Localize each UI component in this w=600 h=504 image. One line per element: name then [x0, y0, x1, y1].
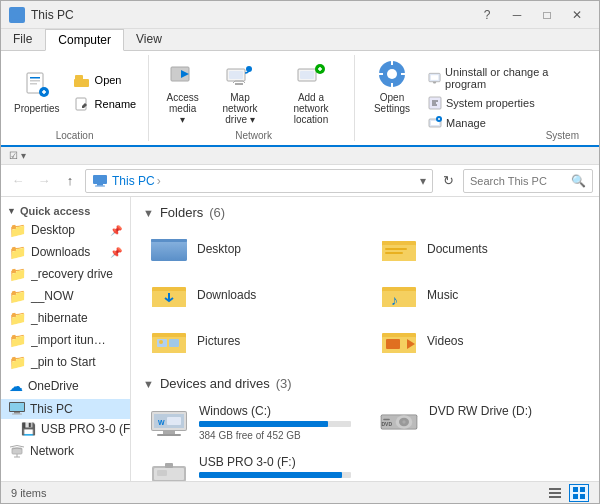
- devices-collapse-arrow[interactable]: ▼: [143, 378, 154, 390]
- folders-collapse-arrow[interactable]: ▼: [143, 207, 154, 219]
- network-icon: [9, 444, 25, 458]
- view-details-button[interactable]: [545, 484, 565, 502]
- system-properties-icon: [428, 96, 442, 110]
- this-pc-sidebar-icon: [9, 402, 25, 416]
- folder-item-music[interactable]: ♪ Music: [373, 274, 587, 316]
- forward-button[interactable]: →: [33, 170, 55, 192]
- device-item-windows-c[interactable]: W Windows (C:) 384 GB free of 452 GB: [143, 399, 357, 446]
- quick-access-label: Quick access: [20, 205, 90, 217]
- ribbon-group-location: Properties Open Rename: [9, 55, 149, 141]
- sidebar-item-onedrive[interactable]: ☁ OneDrive: [1, 375, 130, 397]
- location-group-label: Location: [56, 130, 94, 141]
- sidebar: ▼ Quick access 📁 Desktop 📌 📁 Downloads 📌…: [1, 197, 131, 481]
- device-item-usb-pro[interactable]: USB PRO 3-0 (F:) 54.3 GB free of 57.6 GB: [143, 450, 357, 481]
- svg-rect-86: [580, 494, 585, 499]
- manage-button[interactable]: Manage: [425, 115, 586, 131]
- pictures-folder-label: Pictures: [197, 334, 240, 348]
- address-dropdown-arrow[interactable]: ▾: [420, 174, 426, 188]
- quick-toolbar-checkbox: ☑ ▾: [9, 150, 26, 161]
- back-button[interactable]: ←: [7, 170, 29, 192]
- tab-computer[interactable]: Computer: [45, 29, 124, 51]
- svg-rect-56: [169, 339, 179, 347]
- svg-rect-68: [167, 417, 181, 425]
- sidebar-item-pin-to-start[interactable]: 📁 _pin to Start: [1, 351, 130, 373]
- sidebar-item-network[interactable]: Network: [1, 441, 130, 461]
- add-network-button[interactable]: Add a networklocation: [276, 55, 346, 128]
- devices-count: (3): [276, 376, 292, 391]
- help-button[interactable]: ?: [473, 5, 501, 25]
- folder-icon: 📁: [9, 288, 26, 304]
- svg-rect-6: [30, 83, 37, 85]
- sidebar-item-recovery[interactable]: 📁 _recovery drive: [1, 263, 130, 285]
- open-button[interactable]: Open: [69, 69, 141, 91]
- documents-folder-label: Documents: [427, 242, 488, 256]
- svg-rect-38: [12, 414, 22, 415]
- items-count: 9 items: [11, 487, 46, 499]
- content-pane: ▼ Folders (6) Desktop: [131, 197, 599, 481]
- minimize-button[interactable]: ─: [503, 5, 531, 25]
- folder-item-videos[interactable]: Videos: [373, 320, 587, 362]
- tab-view[interactable]: View: [124, 29, 175, 50]
- sidebar-item-desktop[interactable]: 📁 Desktop 📌: [1, 219, 130, 241]
- address-box[interactable]: This PC › ▾: [85, 169, 433, 193]
- open-settings-button[interactable]: OpenSettings: [367, 55, 417, 117]
- sidebar-network-label: Network: [30, 444, 74, 458]
- sidebar-item-downloads[interactable]: 📁 Downloads 📌: [1, 241, 130, 263]
- network-group-label: Network: [235, 130, 272, 141]
- folder-icon: 📁: [9, 332, 26, 348]
- svg-rect-74: [383, 419, 390, 421]
- folder-item-downloads[interactable]: Downloads: [143, 274, 357, 316]
- sidebar-item-now[interactable]: 📁 __NOW: [1, 285, 130, 307]
- folder-item-documents[interactable]: Documents: [373, 228, 587, 270]
- svg-rect-84: [580, 487, 585, 492]
- folder-item-desktop[interactable]: Desktop: [143, 228, 357, 270]
- quick-access-header[interactable]: ▼ Quick access: [1, 201, 130, 219]
- properties-button[interactable]: Properties: [9, 66, 65, 117]
- svg-rect-15: [235, 83, 243, 85]
- svg-rect-23: [391, 83, 393, 87]
- folders-count: (6): [209, 205, 225, 220]
- sidebar-item-this-pc[interactable]: This PC: [1, 399, 130, 419]
- folders-section-header: ▼ Folders (6): [143, 205, 587, 220]
- folder-item-pictures[interactable]: Pictures: [143, 320, 357, 362]
- ribbon-group-network: Accessmedia ▾ Map networkdrive ▾: [161, 55, 355, 141]
- up-button[interactable]: ↑: [59, 170, 81, 192]
- sidebar-item-import-itunes[interactable]: 📁 _import itunes groo: [1, 329, 130, 351]
- search-box[interactable]: 🔍: [463, 169, 593, 193]
- folder-icon: 📁: [9, 310, 26, 326]
- devices-title: Devices and drives: [160, 376, 270, 391]
- quick-access-collapse-icon: ▼: [7, 206, 16, 216]
- uninstall-label: Uninstall or change a program: [445, 66, 583, 90]
- maximize-button[interactable]: □: [533, 5, 561, 25]
- access-media-label: Accessmedia ▾: [166, 92, 199, 125]
- sidebar-item-hibernate[interactable]: 📁 _hibernate: [1, 307, 130, 329]
- access-media-button[interactable]: Accessmedia ▾: [161, 55, 204, 128]
- device-item-dvd-rw[interactable]: DVD DVD RW Drive (D:): [373, 399, 587, 446]
- svg-rect-66: [157, 434, 181, 436]
- svg-rect-5: [30, 80, 40, 82]
- this-pc-small-icon: [92, 173, 108, 189]
- windows-c-free: 384 GB free of 452 GB: [199, 430, 351, 441]
- sidebar-pin-label: _pin to Start: [31, 355, 96, 369]
- dvd-rw-info: DVD RW Drive (D:): [429, 404, 581, 418]
- system-properties-button[interactable]: System properties: [425, 95, 586, 111]
- manage-icon: [428, 116, 442, 130]
- sidebar-item-usb-pro[interactable]: 💾 USB PRO 3-0 (F:): [1, 419, 130, 439]
- tab-file[interactable]: File: [1, 29, 45, 50]
- details-view-icon: [548, 486, 562, 500]
- svg-rect-37: [14, 412, 20, 414]
- close-button[interactable]: ✕: [563, 5, 591, 25]
- uninstall-button[interactable]: Uninstall or change a program: [425, 65, 586, 91]
- svg-rect-85: [573, 494, 578, 499]
- search-input[interactable]: [470, 175, 569, 187]
- system-properties-label: System properties: [446, 97, 535, 109]
- rename-button[interactable]: Rename: [69, 93, 141, 115]
- refresh-button[interactable]: ↻: [437, 170, 459, 192]
- svg-rect-78: [165, 463, 173, 468]
- sidebar-section-this-pc: This PC 💾 USB PRO 3-0 (F:): [1, 399, 130, 439]
- sidebar-hibernate-label: _hibernate: [31, 311, 88, 325]
- svg-rect-80: [549, 488, 561, 490]
- view-large-icons-button[interactable]: [569, 484, 589, 502]
- map-network-button[interactable]: Map networkdrive ▾: [208, 55, 272, 128]
- sidebar-usb-label: USB PRO 3-0 (F:): [41, 422, 130, 436]
